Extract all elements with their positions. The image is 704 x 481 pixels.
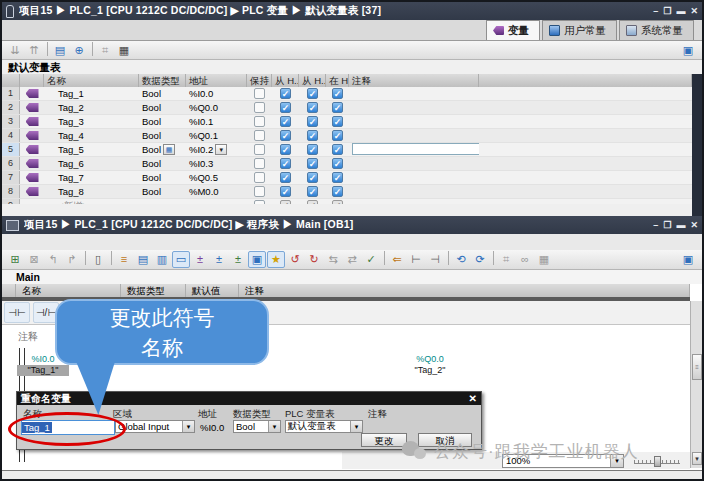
address-cell[interactable]: %I0.3 [186,157,247,170]
open-call-env-icon[interactable]: ⊢ [407,251,425,268]
cross-ref-icon[interactable]: ∞ [516,251,534,268]
forward-icon[interactable]: ⟲ [452,251,470,268]
go-online-icon[interactable]: ⇄ [343,251,361,268]
comment-cell[interactable] [349,171,479,184]
address-cell[interactable]: %Q0.0 [186,101,247,114]
tag-name-cell[interactable]: Tag_5 [44,143,139,156]
tab-user-constants[interactable]: 用户常量 [542,20,617,40]
chevron-down-icon[interactable]: ▾ [350,421,362,432]
tag-name-cell[interactable]: Tag_2 [44,101,139,114]
go-offline-icon[interactable]: ⇆ [324,251,342,268]
datatype-cell[interactable]: Bool [139,157,186,170]
hmi-accessible-checkbox[interactable] [280,186,291,197]
redo-icon[interactable]: ↻ [305,251,323,268]
address-cell[interactable]: %M0.0 [186,185,247,198]
structure-icon[interactable]: ⌗ [497,251,515,268]
retain-checkbox[interactable] [254,116,265,127]
retain-checkbox[interactable] [254,158,265,169]
address-dropdown-icon[interactable]: ▾ [215,144,227,155]
row-number[interactable]: 5 [2,143,20,156]
change-button[interactable]: 更改 [361,433,407,447]
tag-name-cell[interactable]: Tag_1 [44,87,139,100]
datatype-cell[interactable]: Bool [139,101,186,114]
jump-back-icon[interactable]: ⇐ [388,251,406,268]
hmi-visible-checkbox[interactable] [332,186,343,197]
address-cell[interactable]: %I0.0 [186,87,247,100]
datatype-cell[interactable]: Bool [139,87,186,100]
insert-empty-box-icon[interactable]: ▯ [89,251,107,268]
tag-name-cell[interactable]: Tag_4 [44,129,139,142]
detail-view-icon[interactable]: ▣ [679,251,697,268]
address-cell[interactable]: %Q0.1 [186,129,247,142]
retain-checkbox[interactable] [254,102,265,113]
tagtable-select[interactable]: 默认变量表 ▾ [285,420,363,433]
open-branch-icon[interactable]: ↰ [44,251,62,268]
operand-name[interactable]: "Tag_2" [402,365,458,376]
comment-cell[interactable] [349,157,479,170]
hmi-accessible-checkbox[interactable] [280,158,291,169]
address-cell[interactable]: %I0.1 [186,115,247,128]
add-row-icon[interactable]: ⊕ [70,42,88,59]
tag-name-cell[interactable]: Tag_3 [44,115,139,128]
address-cell[interactable]: %Q0.5 [186,171,247,184]
hmi-accessible-checkbox[interactable] [280,130,291,141]
tab-tags[interactable]: 变量 [486,20,540,40]
hmi-visible-checkbox[interactable] [332,130,343,141]
insert-row-icon[interactable]: ▤ [51,42,69,59]
constants-icon[interactable]: ▦ [115,42,133,59]
operand-info-icon[interactable]: ± [229,251,247,268]
datatype-picker-icon[interactable]: ▦ [163,144,175,155]
blocks-icon[interactable]: ▦ [535,251,553,268]
ladder-operand[interactable]: %Q0.0 "Tag_2" [402,354,458,376]
close-icon[interactable]: ✕ [690,6,698,16]
maximize-icon[interactable]: ▬ [676,220,685,230]
row-number[interactable]: 4 [2,129,20,142]
hmi-visible-checkbox[interactable] [332,172,343,183]
retain-checkbox[interactable] [254,130,265,141]
hmi-accessible-checkbox[interactable] [280,172,291,183]
row-number[interactable]: 8 [2,185,20,198]
datatype-cell[interactable]: Bool▦ [139,143,186,156]
quick-compare-icon[interactable]: ⌗ [96,42,114,59]
scrollbar-thumb[interactable]: ≡ [692,354,702,380]
datatype-select[interactable]: Bool ▾ [233,420,281,433]
datatype-cell[interactable]: Bool [139,129,186,142]
tag-name-cell[interactable]: Tag_7 [44,171,139,184]
comment-cell[interactable] [349,129,479,142]
hmi-writable-checkbox[interactable] [307,144,318,155]
hmi-accessible-checkbox[interactable] [280,144,291,155]
datatype-cell[interactable]: Bool [139,115,186,128]
operand-name[interactable]: "Tag_1" [17,365,69,376]
address-cell[interactable]: %I0.2▾ [186,143,247,156]
absolute-operands-icon[interactable]: ± [191,251,209,268]
section-select[interactable]: Global Input ▾ [115,420,195,433]
export-icon[interactable]: ⇈ [25,42,43,59]
row-number[interactable]: 7 [2,171,20,184]
new-network-icon[interactable]: ⊞ [6,251,24,268]
datatype-cell[interactable]: Bool [139,185,186,198]
float-icon[interactable]: ❐ [663,220,671,230]
hmi-writable-checkbox[interactable] [307,88,318,99]
favorites-toggle-icon[interactable]: ★ [267,251,285,268]
dialog-titlebar[interactable]: 重命名变量 ✕ [17,392,481,405]
hmi-visible-checkbox[interactable] [332,88,343,99]
hmi-visible-checkbox[interactable] [332,102,343,113]
comment-input[interactable] [352,143,479,155]
hmi-writable-checkbox[interactable] [307,172,318,183]
row-number[interactable]: 2 [2,101,20,114]
float-icon[interactable]: ❐ [663,6,671,16]
hmi-visible-checkbox[interactable] [332,116,343,127]
symbolic-operands-icon[interactable]: ± [210,251,228,268]
comment-cell[interactable] [349,115,479,128]
monitoring-icon[interactable]: ✓ [362,251,380,268]
close-branch-icon[interactable]: ↱ [63,251,81,268]
collapse-all-networks-icon[interactable]: ▥ [153,251,171,268]
retain-checkbox[interactable] [254,144,265,155]
backward-icon[interactable]: ⟳ [471,251,489,268]
chevron-down-icon[interactable]: ▾ [182,421,194,432]
close-call-env-icon[interactable]: ⊣ [426,251,444,268]
maximize-icon[interactable]: ▬ [676,6,685,16]
tab-system-constants[interactable]: 系统常量 [619,20,694,40]
retain-checkbox[interactable] [254,172,265,183]
retain-checkbox[interactable] [254,88,265,99]
